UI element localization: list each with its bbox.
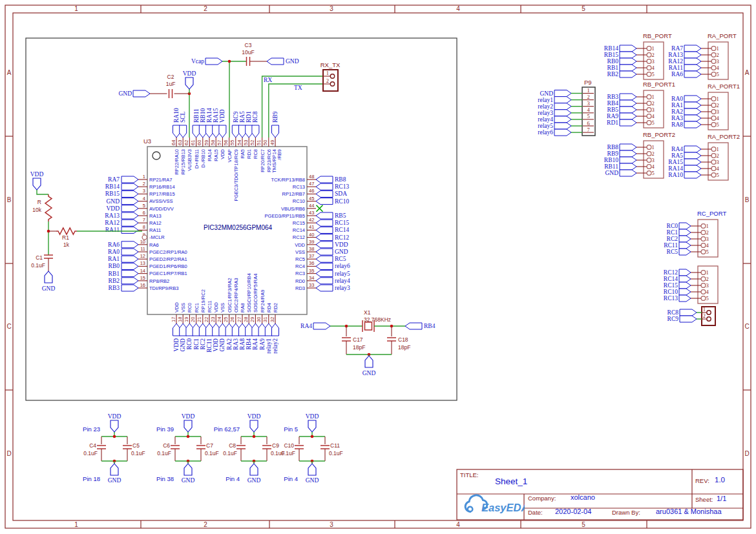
net-flag-icon[interactable] — [684, 65, 701, 71]
net-flag-icon[interactable] — [272, 323, 279, 336]
net-flag-icon[interactable] — [405, 323, 422, 329]
net-flag-icon[interactable] — [620, 113, 636, 119]
port-ra_port2[interactable]: RA_PORT21RA42RA53RA154RA145RA10 — [668, 133, 740, 180]
decoupling-group-4[interactable]: VDDGNDPin 5Pin 4C100.1uFC110.1uF — [281, 413, 343, 484]
net-flag-icon[interactable] — [316, 190, 333, 197]
net-flag-icon[interactable] — [121, 256, 138, 262]
net-flag-icon[interactable] — [121, 249, 138, 255]
net-flag-icon[interactable] — [679, 242, 691, 249]
net-flag-icon[interactable] — [219, 323, 226, 336]
net-flag-icon[interactable] — [193, 323, 200, 336]
net-flag-icon[interactable] — [620, 65, 636, 71]
net-flag-icon[interactable] — [206, 125, 213, 138]
decoupling-group-1[interactable]: VDDGNDPin 23Pin 18C40.1uFC50.1uF — [83, 413, 145, 484]
port-ra_port1[interactable]: RA_PORT11RA02RA13RA24RA35RA8 — [671, 83, 740, 130]
net-flag-icon[interactable] — [554, 97, 571, 103]
net-flag-icon[interactable] — [133, 90, 150, 97]
crystal-body[interactable] — [365, 322, 372, 330]
net-flag-icon[interactable] — [252, 125, 259, 138]
gnd-flag-icon[interactable] — [308, 464, 316, 475]
net-flag-icon[interactable] — [246, 125, 253, 138]
port-rc_port[interactable]: RC_PORT1RC02RC13RC24RC115RC5 — [664, 210, 726, 257]
net-flag-icon[interactable] — [684, 102, 701, 108]
net-flag-icon[interactable] — [316, 278, 333, 284]
net-flag-icon[interactable] — [232, 125, 239, 138]
net-flag-icon[interactable] — [316, 271, 333, 277]
net-flag-icon[interactable] — [316, 234, 333, 241]
net-flag-icon[interactable] — [620, 45, 636, 52]
port-rc-aux[interactable]: 1RC122RC143RC154RC105RC13 — [664, 266, 718, 303]
net-flag-icon[interactable] — [267, 58, 284, 65]
net-flag-icon[interactable] — [684, 108, 701, 115]
net-flag-icon[interactable] — [213, 323, 220, 336]
net-flag-icon[interactable] — [679, 269, 691, 276]
net-flag-icon[interactable] — [684, 172, 701, 178]
net-flag-icon[interactable] — [684, 159, 701, 165]
net-flag-icon[interactable] — [121, 183, 138, 190]
vdd-flag-icon[interactable] — [110, 420, 118, 432]
net-flag-icon[interactable] — [554, 90, 571, 97]
net-flag-icon[interactable] — [199, 323, 206, 336]
net-flag-icon[interactable] — [620, 150, 636, 157]
net-flag-icon[interactable] — [121, 285, 138, 291]
port-rb_port1[interactable]: RB_PORT11RB32RB43RB54RA95RD1 — [607, 81, 675, 128]
net-flag-icon[interactable] — [620, 107, 636, 113]
net-flag-icon[interactable] — [620, 52, 636, 58]
net-flag-icon[interactable] — [679, 276, 691, 282]
net-flag-icon[interactable] — [213, 125, 220, 138]
net-flag-icon[interactable] — [316, 198, 333, 205]
net-flag-icon[interactable] — [316, 241, 333, 248]
net-flag-icon[interactable] — [239, 323, 246, 336]
net-flag-icon[interactable] — [620, 94, 636, 100]
net-flag-icon[interactable] — [246, 323, 253, 336]
net-flag-icon[interactable] — [620, 157, 636, 163]
net-flag-icon[interactable] — [173, 323, 180, 336]
net-flag-icon[interactable] — [121, 176, 138, 183]
net-flag-icon[interactable] — [684, 121, 701, 128]
gnd-flag-icon[interactable] — [365, 356, 373, 367]
net-flag-icon[interactable] — [554, 129, 571, 136]
decoupling-group-3[interactable]: VDDGNDPin 62,57Pin 4C80.1uFC90.1uF — [214, 413, 285, 484]
net-flag-icon[interactable] — [679, 236, 691, 242]
net-flag-icon[interactable] — [316, 285, 333, 291]
net-flag-icon[interactable] — [316, 176, 333, 183]
net-flag-icon[interactable] — [620, 163, 636, 170]
net-flag-icon[interactable] — [206, 323, 213, 336]
net-flag-icon[interactable] — [684, 96, 701, 102]
vdd-flag-icon[interactable] — [185, 77, 193, 89]
net-flag-icon[interactable] — [316, 183, 333, 190]
net-flag-icon[interactable] — [265, 323, 272, 336]
gnd-flag-icon[interactable] — [250, 464, 258, 475]
net-flag-icon[interactable] — [121, 198, 138, 205]
net-flag-icon[interactable] — [232, 323, 239, 336]
net-flag-icon[interactable] — [679, 249, 691, 255]
net-flag-icon[interactable] — [620, 100, 636, 107]
crystal-circuit[interactable]: RA4RB4X132.768KHzC1718pFC1818pFGND — [300, 309, 436, 376]
net-flag-icon[interactable] — [173, 125, 180, 138]
net-flag-icon[interactable] — [316, 212, 333, 219]
net-flag-icon[interactable] — [620, 71, 636, 77]
vdd-flag-icon[interactable] — [184, 420, 192, 432]
connector-rc8-rc9[interactable]: 1RC82RC9 — [667, 306, 715, 325]
net-flag-icon[interactable] — [121, 271, 138, 277]
net-flag-icon[interactable] — [252, 323, 259, 336]
net-flag-icon[interactable] — [193, 125, 200, 138]
net-flag-icon[interactable] — [121, 241, 138, 248]
net-flag-icon[interactable] — [121, 227, 138, 233]
port-ra_port[interactable]: RA_PORT1RA72RA133RA124RA115RA6 — [668, 32, 737, 79]
net-flag-icon[interactable] — [316, 227, 333, 233]
vdd-flag-icon[interactable] — [33, 178, 41, 190]
net-flag-icon[interactable] — [313, 323, 330, 329]
port-rb_port[interactable]: RB_PORT1RB142RB153RB04RB15RB2 — [604, 32, 672, 79]
net-flag-icon[interactable] — [554, 116, 571, 123]
net-flag-icon[interactable] — [121, 220, 138, 226]
connector-box[interactable] — [323, 70, 338, 91]
net-flag-icon[interactable] — [680, 316, 697, 322]
net-flag-icon[interactable] — [680, 309, 697, 316]
net-flag-icon[interactable] — [679, 229, 691, 236]
net-flag-icon[interactable] — [684, 71, 701, 77]
net-flag-icon[interactable] — [554, 123, 571, 129]
connector-p9[interactable]: P91GND2relay13relay24relay35relay46relay… — [538, 79, 595, 136]
vdd-flag-icon[interactable] — [308, 420, 316, 432]
port-rb_port2[interactable]: RB_PORT21RB82RB93RB104RB115GND — [604, 131, 675, 178]
